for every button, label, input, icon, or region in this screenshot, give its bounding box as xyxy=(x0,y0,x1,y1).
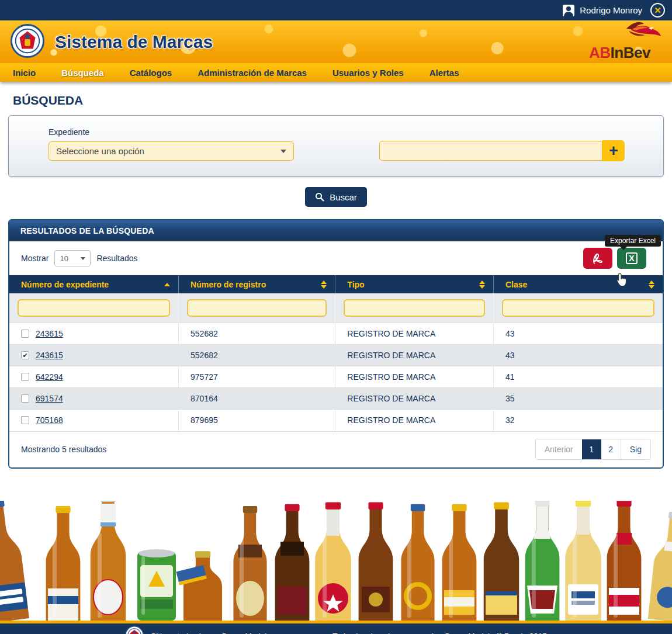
user-chip[interactable]: Rodrigo Monroy xyxy=(563,5,642,16)
close-icon[interactable]: ✕ xyxy=(650,3,665,18)
app-header: Sistema de Marcas ABInBev xyxy=(0,20,672,63)
nav-item-busqueda[interactable]: Búsqueda xyxy=(61,68,104,78)
show-label: Mostrar xyxy=(21,254,49,263)
results-panel-title: RESULTADOS DE LA BÚSQUEDA xyxy=(9,220,663,241)
expediente-label: Expediente xyxy=(49,127,89,137)
buscar-label: Buscar xyxy=(330,192,357,202)
expediente-link[interactable]: 243615 xyxy=(36,351,63,360)
clase-cell: 32 xyxy=(493,410,663,431)
site-footer: Sitio autorizado por Grupo Modelo y sus … xyxy=(0,621,672,634)
top-bar: Rodrigo Monroy ✕ xyxy=(0,0,672,20)
table-row: 243615552682REGISTRO DE MARCA43 xyxy=(9,323,663,345)
search-form-panel: Expediente Seleccione una opción + xyxy=(8,115,664,177)
registro-cell: 879695 xyxy=(179,410,335,431)
sort-asc-icon xyxy=(164,283,170,286)
sort-both-icon xyxy=(321,280,327,289)
tipo-cell: REGISTRO DE MARCA xyxy=(335,345,494,366)
user-icon xyxy=(563,5,574,16)
column-header-expediente[interactable]: Número de expediente xyxy=(9,275,179,293)
results-table: Número de expediente Número de registro … xyxy=(9,275,663,431)
chevron-down-icon xyxy=(280,150,286,153)
page-size-select[interactable]: 10 xyxy=(54,250,91,266)
clase-cell: 41 xyxy=(493,366,663,388)
export-pdf-button[interactable] xyxy=(583,248,612,269)
filter-registro-input[interactable] xyxy=(187,299,327,317)
results-panel: RESULTADOS DE LA BÚSQUEDA Mostrar 10 Res… xyxy=(8,219,664,469)
expediente-select[interactable]: Seleccione una opción xyxy=(49,141,294,161)
page-title: BÚSQUEDA xyxy=(13,93,659,108)
row-checkbox[interactable]: ✔ xyxy=(21,351,29,359)
tipo-cell: REGISTRO DE MARCA xyxy=(335,366,494,388)
column-header-registro[interactable]: Número de registro xyxy=(179,275,335,293)
table-row: ✔243615552682REGISTRO DE MARCA43 xyxy=(9,345,663,366)
row-checkbox[interactable] xyxy=(21,330,29,338)
clase-cell: 43 xyxy=(493,345,663,366)
user-name: Rodrigo Monroy xyxy=(580,5,642,15)
pagination-page-1[interactable]: 1 xyxy=(582,439,601,459)
expediente-link[interactable]: 705168 xyxy=(36,415,63,425)
expediente-link[interactable]: 691574 xyxy=(36,394,63,403)
value-input-group: + xyxy=(379,140,625,161)
clase-cell: 35 xyxy=(493,388,663,410)
pdf-icon xyxy=(590,251,605,266)
row-checkbox[interactable] xyxy=(21,416,29,424)
add-criteria-button[interactable]: + xyxy=(602,140,625,161)
sort-both-icon xyxy=(479,280,485,289)
registro-cell: 552682 xyxy=(179,323,335,345)
nav-item-catalogos[interactable]: Catálogos xyxy=(130,68,172,78)
show-suffix: Resultados xyxy=(96,254,137,263)
column-header-tipo[interactable]: Tipo xyxy=(335,275,494,293)
pagination-page-2[interactable]: 2 xyxy=(601,439,621,459)
filter-tipo-input[interactable] xyxy=(344,299,485,317)
excel-icon: X xyxy=(626,252,638,264)
nav-item-inicio[interactable]: Inicio xyxy=(13,68,36,78)
tipo-cell: REGISTRO DE MARCA xyxy=(335,388,494,410)
pagination: Anterior 1 2 Sig xyxy=(535,439,651,460)
registro-cell: 975727 xyxy=(179,366,335,388)
registro-cell: 870164 xyxy=(179,388,335,410)
table-header-row: Número de expediente Número de registro … xyxy=(9,275,663,293)
table-row: 642294975727REGISTRO DE MARCA41 xyxy=(9,366,663,388)
table-row: 691574870164REGISTRO DE MARCA35 xyxy=(9,388,663,410)
expediente-select-value: Seleccione una opción xyxy=(56,146,144,156)
grupo-modelo-logo xyxy=(11,24,44,60)
main-content: BÚSQUEDA Expediente Seleccione una opció… xyxy=(0,93,672,501)
expediente-link[interactable]: 642294 xyxy=(36,372,63,382)
results-summary: Mostrando 5 resultados xyxy=(21,445,106,454)
grupo-modelo-logo-footer xyxy=(125,626,144,634)
beer-bottles-image xyxy=(0,501,672,621)
export-excel-tooltip: Exportar Excel xyxy=(605,235,661,247)
footer-text: Sitio autorizado por Grupo Modelo y sus … xyxy=(151,632,547,634)
app-title: Sistema de Marcas xyxy=(55,32,213,52)
value-input[interactable] xyxy=(379,141,602,161)
nav-item-alertas[interactable]: Alertas xyxy=(429,68,459,78)
table-row: 705168879695REGISTRO DE MARCA32 xyxy=(9,410,663,431)
tipo-cell: REGISTRO DE MARCA xyxy=(335,323,494,345)
clase-cell: 43 xyxy=(493,323,663,345)
chevron-down-icon xyxy=(81,257,85,260)
expediente-link[interactable]: 243615 xyxy=(36,329,63,338)
registro-cell: 552682 xyxy=(179,345,335,366)
export-excel-button[interactable]: X xyxy=(617,248,646,269)
abinbev-logo: ABInBev xyxy=(589,20,661,62)
pagination-prev[interactable]: Anterior xyxy=(536,439,582,459)
main-nav: Inicio Búsqueda Catálogos Administración… xyxy=(0,63,672,82)
filter-clase-input[interactable] xyxy=(502,299,654,317)
brand-inbev: InBev xyxy=(611,44,650,61)
buscar-button[interactable]: Buscar xyxy=(305,187,367,207)
row-checkbox[interactable] xyxy=(21,394,29,403)
brand-ab: AB xyxy=(589,44,611,61)
nav-item-administracion[interactable]: Administración de Marcas xyxy=(198,68,307,78)
filter-row xyxy=(9,293,663,323)
page-size-value: 10 xyxy=(60,254,68,263)
column-header-clase[interactable]: Clase xyxy=(493,275,663,293)
pagination-next[interactable]: Sig xyxy=(621,439,650,459)
nav-item-usuarios[interactable]: Usuarios y Roles xyxy=(332,68,404,78)
row-checkbox[interactable] xyxy=(21,373,29,381)
tipo-cell: REGISTRO DE MARCA xyxy=(335,410,494,431)
results-tbody: 243615552682REGISTRO DE MARCA43✔24361555… xyxy=(9,323,663,431)
results-footer: Mostrando 5 resultados Anterior 1 2 Sig xyxy=(9,431,663,467)
filter-expediente-input[interactable] xyxy=(18,299,170,317)
search-icon xyxy=(315,192,324,202)
cursor-pointer-icon xyxy=(615,273,628,288)
